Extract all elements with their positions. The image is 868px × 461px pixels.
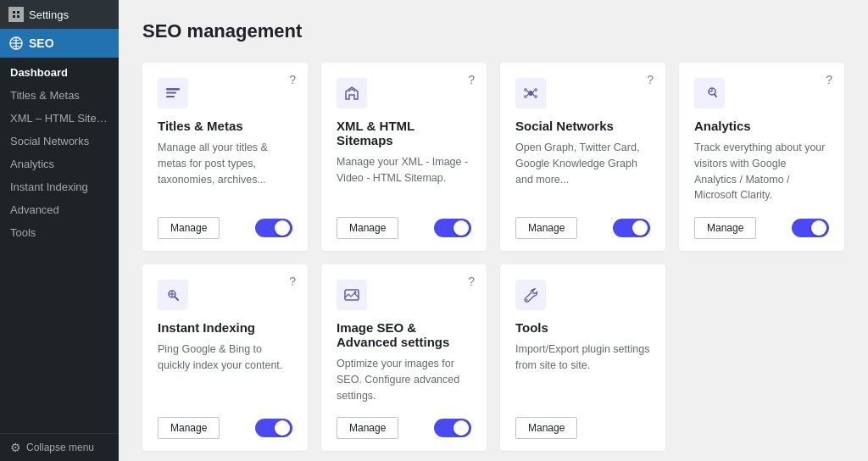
svg-point-15 [534, 95, 537, 98]
image-seo-icon [343, 286, 360, 303]
svg-rect-0 [11, 9, 21, 19]
instant-indexing-icon [164, 286, 181, 303]
collapse-icon: ⚙ [10, 441, 21, 454]
sidebar-item-dashboard[interactable]: Dashboard [0, 61, 119, 84]
tools-footer: Manage [515, 417, 650, 439]
cards-grid-bottom: ? Instant Indexing Ping Google & Bing to… [142, 264, 844, 451]
analytics-manage-button[interactable]: Manage [694, 217, 756, 239]
titles-metas-desc: Manage all your titles & metas for post … [158, 140, 292, 203]
xml-sitemaps-help-icon[interactable]: ? [468, 73, 475, 86]
tools-title: Tools [515, 320, 650, 335]
xml-sitemaps-desc: Manage your XML - Image - Video - HTML S… [337, 154, 471, 203]
sidebar-item-tools[interactable]: Tools [0, 221, 119, 244]
analytics-toggle[interactable] [792, 219, 829, 237]
main-content: SEO management ? Titles & Metas Manage a… [119, 0, 868, 461]
titles-metas-icon [164, 85, 181, 102]
svg-point-30 [526, 299, 528, 301]
svg-rect-3 [13, 15, 15, 18]
sidebar-item-advanced[interactable]: Advanced [0, 198, 119, 221]
instant-indexing-toggle[interactable] [255, 419, 292, 437]
social-networks-icon-wrap [515, 78, 546, 108]
analytics-desc: Track everything about your visitors wit… [694, 140, 829, 203]
sidebar-item-instant-indexing[interactable]: Instant Indexing [0, 175, 119, 198]
instant-indexing-manage-button[interactable]: Manage [158, 417, 220, 439]
social-networks-desc: Open Graph, Twitter Card, Google Knowled… [515, 140, 650, 203]
settings-icon [8, 7, 24, 22]
settings-label: Settings [29, 8, 69, 21]
titles-metas-icon-wrap [158, 78, 188, 108]
xml-sitemaps-toggle[interactable] [434, 219, 471, 237]
image-seo-footer: Manage [337, 417, 471, 439]
image-seo-manage-button[interactable]: Manage [337, 417, 398, 439]
card-social-networks: ? Social Networks Open Graph, Twitter Ca… [500, 63, 665, 251]
analytics-title: Analytics [694, 119, 829, 133]
titles-metas-help-icon[interactable]: ? [289, 73, 296, 86]
sidebar-item-xml-html-sitemap[interactable]: XML – HTML Sitemap [0, 107, 119, 130]
sidebar-item-titles-metas[interactable]: Titles & Metas [0, 84, 119, 107]
image-seo-help-icon[interactable]: ? [468, 275, 475, 288]
svg-point-29 [354, 292, 357, 294]
analytics-icon-wrap [694, 78, 725, 108]
instant-indexing-title: Instant Indexing [158, 320, 292, 335]
image-seo-icon-wrap [337, 280, 367, 310]
social-networks-title: Social Networks [515, 119, 650, 133]
card-xml-html-sitemaps: ? XML & HTML Sitemaps Manage your XML - … [321, 63, 487, 251]
social-networks-toggle[interactable] [613, 219, 650, 237]
card-tools: Tools Import/Export plugin settings from… [500, 264, 665, 451]
card-titles-metas: ? Titles & Metas Manage all your titles … [142, 63, 308, 251]
analytics-footer: Manage [694, 217, 829, 239]
svg-rect-9 [166, 92, 176, 94]
xml-sitemaps-icon [343, 85, 360, 102]
collapse-label: Collapse menu [26, 442, 94, 453]
social-networks-manage-button[interactable]: Manage [515, 217, 577, 239]
card-instant-indexing: ? Instant Indexing Ping Google & Bing to… [142, 264, 308, 451]
svg-line-19 [533, 94, 534, 96]
social-networks-icon [522, 85, 539, 102]
social-networks-help-icon[interactable]: ? [647, 73, 654, 86]
cards-grid-top: ? Titles & Metas Manage all your titles … [142, 63, 844, 251]
xml-sitemaps-manage-button[interactable]: Manage [337, 217, 398, 239]
page-title: SEO management [142, 20, 844, 42]
card-analytics: ? Analytics Track everything about your … [679, 63, 844, 251]
xml-sitemaps-title: XML & HTML Sitemaps [337, 119, 471, 147]
svg-rect-1 [13, 11, 15, 14]
image-seo-title: Image SEO & Advanced settings [337, 320, 471, 349]
image-seo-desc: Optimize your images for SEO. Configure … [337, 356, 471, 403]
tools-icon-wrap [515, 280, 546, 310]
svg-point-12 [524, 88, 527, 92]
sidebar: Settings SEO Dashboard Titles & Metas XM… [0, 0, 119, 461]
svg-line-18 [527, 94, 528, 96]
analytics-icon [701, 85, 718, 102]
analytics-help-icon[interactable]: ? [826, 73, 832, 86]
svg-point-14 [524, 95, 527, 98]
instant-indexing-icon-wrap [158, 280, 188, 310]
svg-line-21 [715, 94, 716, 97]
sidebar-item-social-networks[interactable]: Social Networks [0, 130, 119, 153]
image-seo-toggle[interactable] [434, 419, 471, 437]
seo-menu-header[interactable]: SEO [0, 29, 119, 58]
sidebar-item-analytics[interactable]: Analytics [0, 153, 119, 175]
sidebar-navigation: Dashboard Titles & Metas XML – HTML Site… [0, 58, 119, 433]
tools-desc: Import/Export plugin settings from site … [515, 342, 650, 403]
instant-indexing-footer: Manage [158, 417, 292, 439]
titles-metas-title: Titles & Metas [158, 119, 292, 133]
titles-metas-toggle[interactable] [255, 219, 292, 237]
svg-line-25 [175, 297, 178, 300]
xml-sitemaps-icon-wrap [337, 78, 367, 108]
tools-manage-button[interactable]: Manage [515, 417, 577, 439]
instant-indexing-help-icon[interactable]: ? [289, 275, 296, 288]
svg-line-16 [527, 91, 528, 92]
xml-sitemaps-footer: Manage [337, 217, 471, 239]
settings-menu-item[interactable]: Settings [0, 0, 119, 29]
svg-point-11 [528, 91, 533, 96]
seo-icon [8, 36, 24, 51]
svg-point-13 [534, 88, 537, 92]
svg-line-17 [533, 91, 534, 92]
titles-metas-manage-button[interactable]: Manage [158, 217, 220, 239]
collapse-menu-button[interactable]: ⚙ Collapse menu [0, 433, 119, 461]
seo-label: SEO [29, 36, 54, 50]
svg-rect-2 [17, 11, 19, 14]
instant-indexing-desc: Ping Google & Bing to quickly index your… [158, 342, 292, 403]
social-networks-footer: Manage [515, 217, 650, 239]
svg-rect-8 [166, 88, 180, 91]
